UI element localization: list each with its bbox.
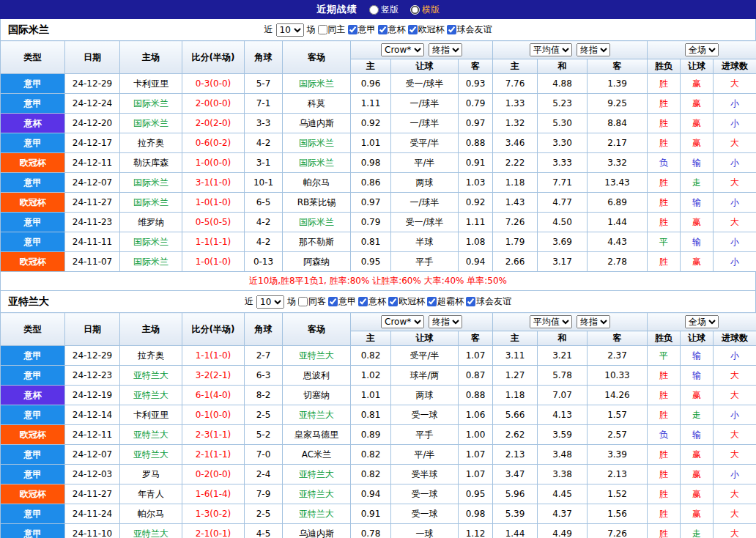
away-team[interactable]: 亚特兰大 (283, 346, 351, 366)
avg-home: 2.62 (493, 425, 538, 445)
away-team[interactable]: 恩波利 (283, 366, 351, 386)
result-goals: 大 (714, 133, 756, 153)
home-team[interactable]: 卡利亚里 (120, 74, 182, 94)
average-select[interactable]: 平均值 (530, 43, 572, 56)
filter-checkbox-input[interactable] (408, 25, 418, 34)
filter-checkbox[interactable]: 同主 (318, 23, 346, 36)
away-team[interactable]: 皇家马德里 (283, 425, 351, 445)
avg-draw: 7.07 (538, 386, 588, 405)
home-team[interactable]: 国际米兰 (120, 173, 182, 193)
odds-company-select[interactable]: Crow* (381, 315, 424, 328)
away-team[interactable]: AC米兰 (283, 445, 351, 465)
layout-radio-horizontal[interactable]: 横版 (410, 4, 440, 16)
result-handicap: 输 (681, 193, 714, 213)
league-badge: 意甲 (1, 445, 65, 465)
filter-checkbox-input[interactable] (328, 297, 338, 306)
home-team[interactable]: 国际米兰 (120, 114, 182, 133)
away-team[interactable]: 乌迪内斯 (283, 524, 351, 538)
home-team[interactable]: 拉齐奥 (120, 346, 182, 366)
home-team[interactable]: 亚特兰大 (120, 386, 182, 405)
avg-draw: 3.48 (538, 445, 588, 465)
away-team[interactable]: 国际米兰 (283, 153, 351, 173)
away-team[interactable]: 帕尔马 (283, 173, 351, 193)
filter-checkbox[interactable]: 球会友谊 (466, 295, 511, 308)
away-team[interactable]: 科莫 (283, 94, 351, 114)
away-team[interactable]: 国际米兰 (283, 133, 351, 153)
home-team[interactable]: 拉齐奥 (120, 133, 182, 153)
home-team[interactable]: 维罗纳 (120, 213, 182, 232)
filter-checkbox-input[interactable] (388, 297, 398, 306)
away-team[interactable]: 切塞纳 (283, 386, 351, 405)
filter-checkbox-input[interactable] (447, 25, 456, 34)
result-outcome: 胜 (648, 405, 681, 425)
filter-checkbox-input[interactable] (466, 297, 475, 306)
filter-checkbox-input[interactable] (358, 297, 368, 306)
result-handicap: 走 (681, 405, 714, 425)
away-team[interactable]: RB莱比锡 (283, 193, 351, 213)
filter-checkbox[interactable]: 同客 (298, 295, 326, 308)
home-team[interactable]: 帕尔马 (120, 504, 182, 524)
home-team[interactable]: 罗马 (120, 465, 182, 484)
avg-draw: 3.30 (538, 133, 588, 153)
horizontal-radio-input[interactable] (410, 5, 420, 15)
layout-radio-vertical[interactable]: 竖版 (369, 4, 399, 16)
filter-checkbox[interactable]: 意甲 (328, 295, 356, 308)
away-team[interactable]: 国际米兰 (283, 213, 351, 232)
home-team[interactable]: 亚特兰大 (120, 524, 182, 538)
filter-checkbox[interactable]: 球会友谊 (447, 23, 492, 36)
away-team[interactable]: 亚特兰大 (283, 465, 351, 484)
avg-home: 2.13 (493, 445, 538, 465)
avg-home: 1.27 (493, 366, 538, 386)
home-team[interactable]: 亚特兰大 (120, 425, 182, 445)
odds-final-select[interactable]: 终指 (429, 315, 462, 328)
filter-checkbox[interactable]: 意杯 (358, 295, 386, 308)
home-team[interactable]: 亚特兰大 (120, 366, 182, 386)
filter-checkbox[interactable]: 意杯 (378, 23, 406, 36)
match-row: 意甲 24-12-23 亚特兰大 3-2(2-1) 6-3 恩波利 1.02 球… (1, 366, 756, 386)
result-outcome: 胜 (648, 173, 681, 193)
result-handicap: 赢 (681, 465, 714, 484)
filter-checkbox-input[interactable] (298, 297, 308, 306)
average-final-select[interactable]: 终指 (577, 315, 610, 328)
away-team[interactable]: 亚特兰大 (283, 484, 351, 504)
away-team[interactable]: 亚特兰大 (283, 405, 351, 425)
filter-checkbox-input[interactable] (427, 297, 437, 306)
filter-checkbox-input[interactable] (318, 25, 327, 34)
home-team[interactable]: 年青人 (120, 484, 182, 504)
average-final-select[interactable]: 终指 (577, 43, 610, 56)
odds-final-select[interactable]: 终指 (429, 43, 462, 56)
away-team[interactable]: 阿森纳 (283, 252, 351, 272)
recent-count-select[interactable]: 10 (276, 23, 304, 37)
home-team[interactable]: 亚特兰大 (120, 445, 182, 465)
filter-checkbox-input[interactable] (378, 25, 388, 34)
home-team[interactable]: 国际米兰 (120, 94, 182, 114)
odds-handicap: 受平/半 (391, 133, 459, 153)
odds-home: 0.89 (351, 425, 391, 445)
filter-checkbox-input[interactable] (348, 25, 357, 34)
away-team[interactable]: 国际米兰 (283, 74, 351, 94)
avg-home: 1.18 (493, 173, 538, 193)
scope-select[interactable]: 全场 (685, 315, 719, 328)
result-goals: 大 (714, 173, 756, 193)
home-team[interactable]: 国际米兰 (120, 193, 182, 213)
odds-home: 1.01 (351, 133, 391, 153)
odds-company-select[interactable]: Crow* (381, 43, 424, 56)
vertical-radio-input[interactable] (369, 5, 379, 15)
away-team[interactable]: 乌迪内斯 (283, 114, 351, 133)
filter-checkbox[interactable]: 意甲 (348, 23, 376, 36)
average-select[interactable]: 平均值 (530, 315, 572, 328)
away-team[interactable]: 亚特兰大 (283, 504, 351, 524)
home-team[interactable]: 卡利亚里 (120, 405, 182, 425)
match-date: 24-12-07 (65, 445, 120, 465)
scope-select[interactable]: 全场 (685, 43, 719, 56)
league-badge: 欧冠杯 (1, 153, 65, 173)
filter-checkbox[interactable]: 欧冠杯 (388, 295, 425, 308)
home-team[interactable]: 国际米兰 (120, 252, 182, 272)
recent-count-select[interactable]: 10 (256, 295, 284, 309)
filter-checkbox[interactable]: 欧冠杯 (408, 23, 445, 36)
team-name: 国际米兰 (8, 19, 49, 40)
home-team[interactable]: 国际米兰 (120, 232, 182, 252)
away-team[interactable]: 那不勒斯 (283, 232, 351, 252)
filter-checkbox[interactable]: 超霸杯 (427, 295, 464, 308)
home-team[interactable]: 勒沃库森 (120, 153, 182, 173)
